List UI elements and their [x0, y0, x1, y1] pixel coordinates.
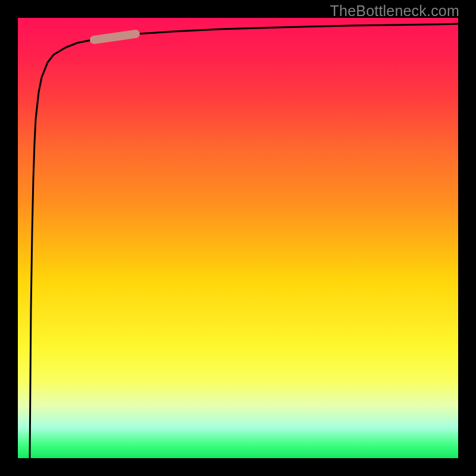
chart-curve-layer	[18, 18, 458, 458]
highlight-segment	[94, 34, 136, 40]
watermark-text: TheBottleneck.com	[330, 2, 459, 20]
performance-curve	[30, 24, 458, 458]
